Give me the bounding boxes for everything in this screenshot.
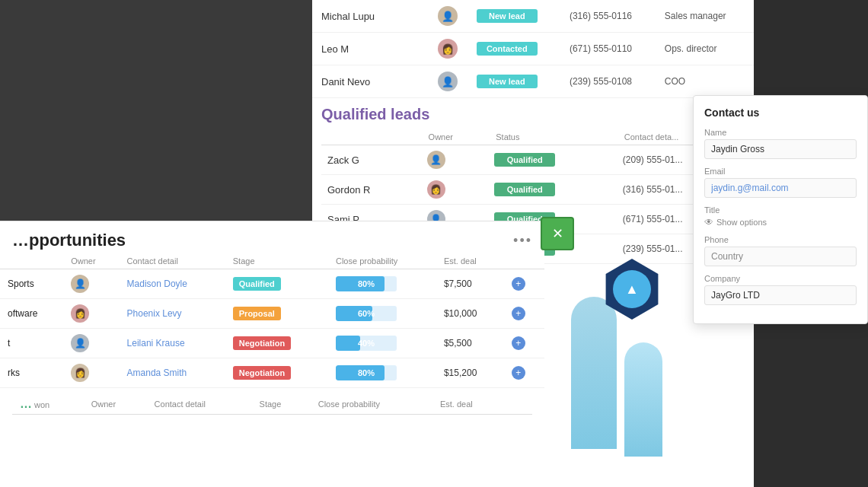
ql-lead-status: Qualified <box>490 145 618 175</box>
probability-fill <box>336 336 360 351</box>
opp-add-btn[interactable]: + <box>504 329 544 358</box>
lead-phone: (316) 555-0116 <box>565 0 660 33</box>
probability-label: 80% <box>358 279 375 288</box>
stage-badge: Negotiation <box>233 336 292 350</box>
opp-owner-avatar: 👩 <box>63 299 119 329</box>
table-row: rks 👩 Amanda Smith Negotiation 80% $15,2… <box>0 358 544 388</box>
status-badge: Contacted <box>477 42 538 56</box>
won-col-deal: Est. deal <box>432 394 508 415</box>
email-input[interactable] <box>704 178 857 198</box>
lead-status: New lead <box>472 0 565 33</box>
lead-name: Leo M <box>312 33 433 65</box>
probability-label: 40% <box>358 339 375 348</box>
opp-contact[interactable]: Leilani Krause <box>120 329 225 358</box>
ql-col-owner: Owner <box>423 129 490 145</box>
opps-col-contact: Contact detail <box>120 253 225 269</box>
lead-status: Contacted <box>472 33 565 65</box>
email-field-group: Email <box>704 167 857 198</box>
probability-bar: 60% <box>336 306 397 321</box>
more-options-button[interactable]: ••• <box>513 233 532 249</box>
table-row: Sports 👤 Madison Doyle Qualified 80% $7,… <box>0 269 544 299</box>
company-label: Company <box>704 274 857 283</box>
ql-lead-name: Gordon R <box>321 175 423 205</box>
show-options-label: Show options <box>716 218 767 227</box>
opp-probability: 40% <box>328 329 436 358</box>
table-row: oftware 👩 Phoenix Levy Proposal 60% $10,… <box>0 299 544 329</box>
won-section: … won Owner Contact detail Stage Close p… <box>0 388 544 415</box>
country-select[interactable]: Country <box>704 247 857 266</box>
ql-lead-avatar: 👤 <box>423 145 490 175</box>
table-row: Zack G 👤 Qualified (209) 555-01... <box>321 145 745 175</box>
opp-stage: Qualified <box>225 269 328 299</box>
opps-col-owner: Owner <box>63 253 119 269</box>
opp-add-btn[interactable]: + <box>504 358 544 388</box>
export-button[interactable]: ✕ <box>541 217 574 250</box>
add-row-button[interactable]: + <box>512 277 525 291</box>
status-badge: Qualified <box>494 183 555 196</box>
company-field-group: Company <box>704 274 857 305</box>
opps-col-name <box>0 253 63 269</box>
table-row: Danit Nevo 👤 New lead (239) 555-0108 COO <box>312 65 754 98</box>
opp-add-btn[interactable]: + <box>504 269 544 299</box>
probability-bar: 80% <box>336 276 397 291</box>
lead-avatar: 👩 <box>433 33 471 65</box>
status-badge: New lead <box>477 9 538 23</box>
lead-avatar: 👤 <box>433 65 471 98</box>
status-badge: Qualified <box>494 153 555 167</box>
title-label: Title <box>704 205 857 215</box>
won-title-text: … <box>20 397 32 410</box>
stage-badge: Qualified <box>233 277 281 291</box>
opp-contact[interactable]: Phoenix Levy <box>120 299 225 329</box>
email-label: Email <box>704 167 857 176</box>
opp-name: rks <box>0 358 63 388</box>
show-options-button[interactable]: 👁 Show options <box>704 217 857 228</box>
opps-col-add <box>504 253 544 269</box>
won-col-stage: Stage <box>252 394 311 415</box>
lead-avatar: 👤 <box>433 0 471 33</box>
add-row-button[interactable]: + <box>512 336 525 350</box>
opp-contact[interactable]: Amanda Smith <box>120 358 225 388</box>
ql-col-status: Status <box>490 129 618 145</box>
lead-status: New lead <box>472 65 565 98</box>
title-field-group: Title 👁 Show options <box>704 205 857 228</box>
qualified-leads-title: Qualified leads <box>321 106 745 123</box>
ql-lead-name: Zack G <box>321 145 423 175</box>
hex-inner-circle: ▲ <box>613 270 651 308</box>
opportunities-panel: …pportunities ••• Owner Contact detail S… <box>0 221 544 487</box>
won-col-prob: Close probability <box>311 394 432 415</box>
opps-col-stage: Stage <box>225 253 328 269</box>
contact-form-panel: Contact us Name Email Title 👁 Show optio… <box>693 95 868 324</box>
opportunities-title: …pportunities <box>12 231 126 250</box>
phone-label: Phone <box>704 235 857 244</box>
lead-role: Sales manager <box>660 0 754 33</box>
export-icon: ✕ <box>552 225 563 242</box>
add-row-button[interactable]: + <box>512 366 525 380</box>
opp-probability: 60% <box>328 299 436 329</box>
probability-label: 80% <box>358 368 375 377</box>
stage-badge: Negotiation <box>233 366 292 380</box>
opp-name: oftware <box>0 299 63 329</box>
probability-label: 60% <box>358 309 375 318</box>
ql-lead-status: Qualified <box>490 175 618 205</box>
opp-contact[interactable]: Madison Doyle <box>120 269 225 299</box>
up-arrow-icon: ▲ <box>625 282 639 298</box>
lead-phone: (239) 555-0108 <box>565 65 660 98</box>
stage-badge: Proposal <box>233 307 281 320</box>
lead-name: Danit Nevo <box>312 65 433 98</box>
lead-phone: (671) 555-0110 <box>565 33 660 65</box>
table-row: Michal Lupu 👤 New lead (316) 555-0116 Sa… <box>312 0 754 33</box>
opp-add-btn[interactable]: + <box>504 299 544 329</box>
name-input[interactable] <box>704 139 857 159</box>
dark-background <box>0 0 312 224</box>
opp-deal: $5,500 <box>436 329 504 358</box>
add-row-button[interactable]: + <box>512 307 525 320</box>
probability-bar: 80% <box>336 365 397 380</box>
opp-deal: $7,500 <box>436 269 504 299</box>
company-input[interactable] <box>704 285 857 305</box>
opportunities-header: …pportunities ••• <box>0 221 544 253</box>
hex-avatar: ▲ <box>602 259 662 320</box>
opp-deal: $15,200 <box>436 358 504 388</box>
top-leads-table: Michal Lupu 👤 New lead (316) 555-0116 Sa… <box>312 0 754 98</box>
decorative-blob-1 <box>571 297 617 449</box>
opps-col-prob: Close probability <box>328 253 436 269</box>
